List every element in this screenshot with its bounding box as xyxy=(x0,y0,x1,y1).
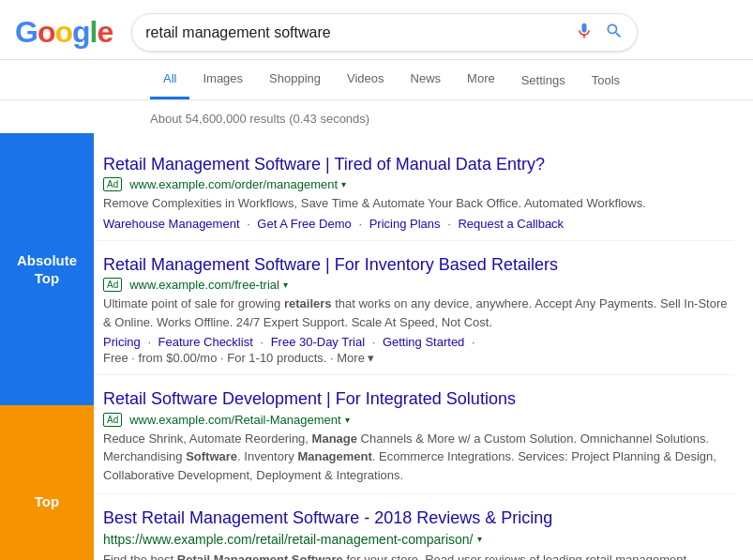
sep: · xyxy=(247,217,253,231)
organic-result-1-title[interactable]: Best Retail Management Software - 2018 R… xyxy=(103,508,552,527)
ad-result-2-title-row: Retail Management Software | For Invento… xyxy=(103,254,734,276)
ad-result-2-dropdown[interactable]: ▾ xyxy=(283,280,288,290)
organic-result-1-desc: Find the best Retail Management Software… xyxy=(103,551,734,560)
ad-result-2-link-4[interactable]: Getting Started xyxy=(383,335,464,349)
ad-result-1-link-1[interactable]: Warehouse Management xyxy=(103,217,240,231)
mic-icon[interactable] xyxy=(575,22,594,43)
logo-o1: o xyxy=(38,15,55,50)
results-info: About 54,600,000 results (0.43 seconds) xyxy=(0,104,753,133)
tab-all[interactable]: All xyxy=(150,60,189,99)
ad-result-3-title-row: Retail Software Development | For Integr… xyxy=(103,388,734,410)
search-box xyxy=(131,13,638,52)
tab-videos[interactable]: Videos xyxy=(334,60,398,99)
organic-result-1-title-row: Best Retail Management Software - 2018 R… xyxy=(103,507,734,529)
ad-result-3-title[interactable]: Retail Software Development | For Integr… xyxy=(103,389,516,408)
ad-badge-2: Ad xyxy=(103,278,122,292)
ad-result-1-links: Warehouse Management · Get A Free Demo ·… xyxy=(103,217,734,231)
ad-result-1-url-row: Ad www.example.com/order/management ▾ xyxy=(103,177,734,191)
ad-result-1-link-4[interactable]: Request a Callback xyxy=(458,217,564,231)
ad-result-2-url: www.example.com/free-trial xyxy=(129,278,279,292)
labels-area: Absolute Top Top xyxy=(0,133,94,560)
search-icons xyxy=(575,22,624,43)
ad-result-2-link-1[interactable]: Pricing xyxy=(103,335,141,349)
ad-result-2: Retail Management Software | For Invento… xyxy=(94,241,734,375)
nav-tabs-left: All Images Shopping Videos News More xyxy=(150,60,508,99)
ad-result-2-link-3[interactable]: Free 30-Day Trial xyxy=(271,335,365,349)
top-label: Top xyxy=(0,405,94,560)
organic-result-1: Best Retail Management Software - 2018 R… xyxy=(94,494,734,560)
logo-e: e xyxy=(97,15,113,50)
logo-l: l xyxy=(90,15,98,50)
ad-result-2-links: Pricing · Feature Checklist · Free 30-Da… xyxy=(103,335,734,349)
ad-result-3-dropdown[interactable]: ▾ xyxy=(345,415,350,425)
organic-result-1-url: https://www.example.com/retail/retail-ma… xyxy=(103,532,474,547)
ad-result-1-title[interactable]: Retail Management Software | Tired of Ma… xyxy=(103,155,545,174)
header: Google xyxy=(0,0,753,60)
sep: · xyxy=(372,335,379,349)
ad-result-1-dropdown[interactable]: ▾ xyxy=(341,179,346,189)
absolute-top-label: Absolute Top xyxy=(0,133,94,405)
ad-result-3: Retail Software Development | For Integr… xyxy=(94,375,734,494)
ad-result-1-link-3[interactable]: Pricing Plans xyxy=(369,217,441,231)
sep: · xyxy=(472,335,475,349)
search-input[interactable] xyxy=(145,24,575,41)
ad-result-2-title[interactable]: Retail Management Software | For Invento… xyxy=(103,255,558,274)
tab-tools[interactable]: Tools xyxy=(579,62,633,98)
tab-settings[interactable]: Settings xyxy=(508,62,579,98)
sep: · xyxy=(260,335,266,349)
sep: · xyxy=(358,217,365,231)
ad-result-2-url-row: Ad www.example.com/free-trial ▾ xyxy=(103,278,734,292)
ad-result-2-desc: Ultimate point of sale for growing retai… xyxy=(103,295,734,331)
ad-badge-3: Ad xyxy=(103,413,122,427)
search-icon[interactable] xyxy=(605,22,624,43)
ad-result-1-link-2[interactable]: Get A Free Demo xyxy=(257,217,351,231)
tab-images[interactable]: Images xyxy=(189,60,256,99)
ad-result-1-url: www.example.com/order/management xyxy=(129,177,338,191)
organic-result-1-url-row: https://www.example.com/retail/retail-ma… xyxy=(103,532,734,547)
logo-o2: o xyxy=(54,15,72,50)
google-logo[interactable]: Google xyxy=(15,15,113,50)
sep: · xyxy=(447,217,454,231)
results-area: Retail Management Software | Tired of Ma… xyxy=(94,133,753,560)
ad-result-2-link-2[interactable]: Feature Checklist xyxy=(158,335,253,349)
ad-badge-1: Ad xyxy=(103,177,122,191)
ad-result-1-desc: Remove Complexities in Workflows, Save T… xyxy=(103,194,734,213)
ad-result-3-url: www.example.com/Retail-Management xyxy=(129,413,340,427)
organic-result-1-dropdown[interactable]: ▾ xyxy=(477,534,482,544)
main-content: Absolute Top Top Retail Management Softw… xyxy=(0,133,753,560)
nav-tabs-right: Settings Tools xyxy=(508,62,633,98)
nav-tabs: All Images Shopping Videos News More Set… xyxy=(0,60,753,100)
ad-result-3-desc: Reduce Shrink, Automate Reordering, Mana… xyxy=(103,430,734,485)
tab-shopping[interactable]: Shopping xyxy=(256,60,334,99)
logo-g1: G xyxy=(15,15,38,50)
sep: · xyxy=(147,335,154,349)
ad-result-3-url-row: Ad www.example.com/Retail-Management ▾ xyxy=(103,413,734,427)
ad-result-1: Retail Management Software | Tired of Ma… xyxy=(94,141,734,241)
ad-result-2-free: Free · from $0.00/mo · For 1-10 products… xyxy=(103,351,734,365)
tab-news[interactable]: News xyxy=(398,60,455,99)
tab-more[interactable]: More xyxy=(454,60,508,99)
logo-g2: g xyxy=(72,15,90,50)
ad-result-1-title-row: Retail Management Software | Tired of Ma… xyxy=(103,154,734,175)
